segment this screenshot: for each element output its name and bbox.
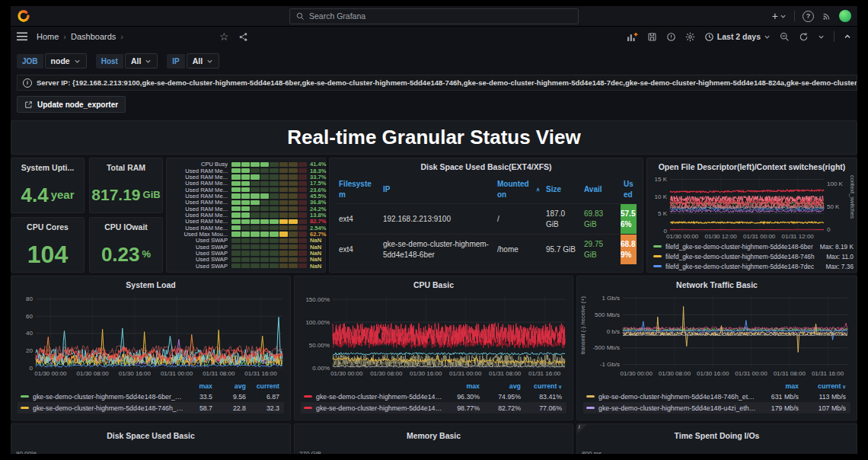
x-axis-tick: 01/31 12:00 <box>782 233 815 240</box>
sort-chevron-icon: ∨ <box>841 384 846 389</box>
gauge-cell <box>231 212 241 217</box>
gauge-cell <box>231 168 241 173</box>
table-header-size[interactable]: Size <box>543 175 581 203</box>
gauge-row: Used SWAPNaN <box>170 251 321 257</box>
favorite-star-button[interactable]: ☆ <box>219 30 229 43</box>
table-header-ip[interactable]: IP <box>380 175 494 203</box>
save-dashboard-button[interactable] <box>647 32 657 42</box>
legend-value: 98.77% <box>443 404 484 412</box>
search-input[interactable]: Search Grafana <box>289 8 579 24</box>
panel-title[interactable]: Open File Descriptor(left)/Context switc… <box>647 158 857 171</box>
legend-row[interactable]: filefd_gke-se-demo-cluster-highmem-5dd4e… <box>653 261 854 271</box>
time-range-picker[interactable]: Last 2 days <box>704 32 771 42</box>
stat-unit: year <box>51 189 75 200</box>
left-axis-label: transmit (-) /receive (+) <box>579 296 586 354</box>
gauge-cell <box>289 225 298 230</box>
gauge-cell <box>231 244 241 249</box>
dashboard-insights-button[interactable] <box>666 32 676 42</box>
user-avatar[interactable] <box>839 10 851 22</box>
breadcrumb-home[interactable]: Home <box>37 32 59 41</box>
collapse-toolbar-button[interactable] <box>844 33 851 40</box>
table-header-filesystem[interactable]: Filesystem <box>336 175 380 203</box>
legend-header-max[interactable]: max <box>183 382 217 390</box>
search-placeholder: Search Grafana <box>309 11 365 21</box>
legend-header-current[interactable]: current ∨ <box>803 382 850 390</box>
add-panel-button[interactable] <box>627 32 638 42</box>
gauge-cell <box>298 264 308 268</box>
panel-title[interactable]: System Load <box>11 276 290 289</box>
legend-value: 82.72% <box>484 404 525 412</box>
gauge-cell <box>231 264 241 268</box>
gauge-cell <box>251 225 260 230</box>
ofd-chart[interactable]: 15 K10 K5 K001/30 00:0001/30 12:0001/31 … <box>650 172 850 241</box>
filter-host-value[interactable]: All <box>125 53 158 69</box>
legend-value: 631 Mb/s <box>756 393 803 401</box>
stat-panel-title[interactable]: CPU Cores <box>11 218 84 232</box>
gauge-cell <box>241 244 251 249</box>
gauge-cell <box>231 238 241 243</box>
table-header-avail[interactable]: Avail <box>581 175 621 203</box>
legend-header-avg[interactable]: avg <box>217 382 251 390</box>
gauge-row: Used RAM Me...33.7% <box>170 174 321 180</box>
table-row: ext4192.168.2.213:9100/187.0 GiB69.83 Gi… <box>336 203 637 234</box>
panel-title[interactable]: Time Spent Doing I/Os <box>577 424 857 440</box>
dashboard-settings-button[interactable] <box>685 32 695 42</box>
panel-title[interactable]: Network Traffic Basic <box>577 276 857 289</box>
legend-row[interactable]: gke-se-demo-cluster-highmem-5dd4e148-wfz… <box>301 391 566 402</box>
legend-color-dash <box>586 395 595 398</box>
gauge-cell <box>279 162 289 167</box>
legend-row[interactable]: gke-se-demo-cluster-highmem-5dd4e148-746… <box>18 402 284 414</box>
legend-value: 22.8 <box>217 404 251 412</box>
zoom-out-time-button[interactable] <box>780 32 790 42</box>
legend-header-current[interactable]: current <box>251 382 284 390</box>
gauge-cell <box>279 181 289 186</box>
legend-value: 107 Mb/s <box>803 404 850 412</box>
table-header-used[interactable]: Used <box>621 175 637 203</box>
cell-filesystem: ext4 <box>336 235 380 264</box>
panel-title[interactable]: Memory Basic <box>295 424 573 440</box>
legend-row[interactable]: gke-se-demo-cluster-highmem-5dd4e148-746… <box>301 402 566 414</box>
legend-value: 83.41% <box>525 393 566 401</box>
legend-header-current[interactable]: current ∨ <box>525 382 566 390</box>
legend-header-avg[interactable]: avg <box>484 382 525 390</box>
refresh-interval-button[interactable] <box>818 34 825 40</box>
partial-axis-tick: 270 GiB <box>299 450 321 454</box>
y-axis-tick: -500 Mb/s <box>592 344 620 351</box>
breadcrumb-dashboards[interactable]: Dashboards <box>71 32 116 41</box>
legend-series-name: filefd_gke-se-demo-cluster-highmem-5dd4e… <box>665 253 822 260</box>
grafana-logo[interactable] <box>17 9 30 23</box>
stat-panel-title[interactable]: System Upti... <box>11 158 84 172</box>
panel-title[interactable]: Disk Space Used Basic <box>11 424 290 440</box>
y-axis-tick: 50.00% <box>309 342 330 349</box>
filter-job-value[interactable]: node <box>45 53 87 69</box>
panel-title[interactable]: Disk Space Used Basic(EXT4/XFS) <box>330 158 643 171</box>
share-button[interactable] <box>238 32 248 42</box>
table-body: ext4192.168.2.213:9100/187.0 GiB69.83 Gi… <box>336 203 637 264</box>
filter-ip-value[interactable]: All <box>187 53 219 69</box>
stat-panel-title[interactable]: CPU IOwait <box>90 218 162 232</box>
refresh-button[interactable] <box>799 32 809 42</box>
legend-header-max[interactable]: max <box>756 382 803 390</box>
legend-header-max[interactable]: max <box>443 382 484 390</box>
gauge-cells <box>231 264 307 268</box>
help-button[interactable]: ? <box>803 11 814 22</box>
cpu-basic-chart[interactable]: 150.00%100.00%50.00%0.00%01/30 00:0001/3… <box>298 290 571 379</box>
system-load-chart[interactable]: 80604020001/30 00:0001/30 08:0001/30 16:… <box>14 290 289 379</box>
legend-row[interactable]: gke-se-demo-cluster-highmem-5dd4e148-6be… <box>18 391 284 402</box>
add-menu-button[interactable]: + <box>772 11 787 21</box>
news-button[interactable] <box>822 11 831 21</box>
stat-panel-title[interactable]: Total RAM <box>90 158 162 172</box>
network-traffic-chart[interactable]: 1 Gb/s500 Mb/s0 b/s-500 Mb/s-1 Gb/s01/30… <box>588 290 854 379</box>
gauge-cell <box>270 225 279 230</box>
update-node-exporter-link[interactable]: Update node_exporter <box>17 96 126 113</box>
gauge-cell <box>251 212 260 217</box>
mega-menu-button[interactable] <box>17 32 27 41</box>
panel-title[interactable]: CPU Basic <box>295 276 573 289</box>
table-header-mounted-on[interactable]: Mounted on∧ <box>494 175 543 203</box>
legend-row[interactable]: filefd_gke-se-demo-cluster-highmem-5dd4e… <box>653 251 854 261</box>
legend-row[interactable]: filefd_gke-se-demo-cluster-highmem-5dd4e… <box>653 241 854 251</box>
legend-row[interactable]: gke-se-demo-cluster-highmem-5dd4e148-u4z… <box>583 402 850 414</box>
gauge-cell <box>241 174 251 179</box>
legend-row[interactable]: gke-se-demo-cluster-highmem-5dd4e148-746… <box>583 391 850 402</box>
gauge-cell <box>289 232 298 236</box>
